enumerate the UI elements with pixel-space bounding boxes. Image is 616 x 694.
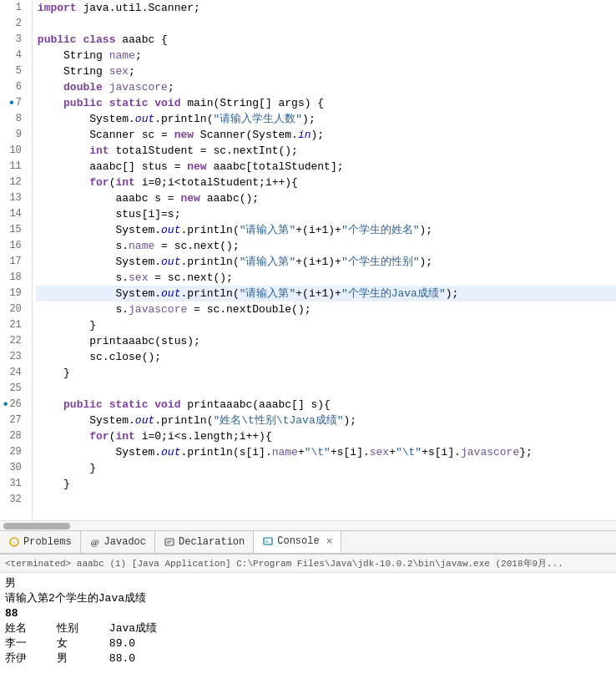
- code-line: }: [36, 317, 616, 333]
- console-line: 李一 女 89.0: [5, 636, 611, 651]
- console-line: 88: [5, 606, 611, 621]
- console-line: 请输入第2个学生的Java成绩: [5, 591, 611, 606]
- code-line: System.out.println(s[i].name+"\t"+s[i].s…: [36, 444, 616, 460]
- tab-icon-javadoc: @: [89, 536, 101, 548]
- code-lines: import java.util.Scanner; public class a…: [33, 0, 616, 520]
- tab-problems[interactable]: !Problems: [0, 531, 81, 553]
- close-icon[interactable]: ×: [326, 535, 333, 548]
- line-number: 32: [3, 492, 25, 508]
- line-number: 14: [3, 206, 25, 222]
- code-line: stus[i]=s;: [36, 206, 616, 222]
- code-line: System.out.println("请输入第"+(i+1)+"个学生的Jav…: [36, 286, 616, 301]
- console-body: 男请输入第2个学生的Java成绩88姓名 性别 Java成绩李一 女 89.0乔…: [0, 573, 616, 694]
- console-header: <terminated> aaabc (1) [Java Application…: [0, 555, 616, 573]
- tab-icon-declaration: [164, 536, 175, 548]
- line-number: 18: [3, 270, 25, 286]
- line-number: 3: [3, 32, 25, 48]
- line-number: 27: [3, 413, 25, 428]
- tab-label-console: Console: [277, 535, 319, 547]
- line-numbers: 123456◆789101112131415161718192021222324…: [0, 0, 33, 520]
- scrollbar-thumb[interactable]: [3, 523, 70, 529]
- line-number: 9: [3, 127, 25, 143]
- tab-console[interactable]: >_Console×: [254, 531, 341, 553]
- code-line: [36, 16, 616, 32]
- tab-label-problems: Problems: [23, 536, 72, 548]
- line-number: ◆7: [3, 95, 25, 111]
- code-line: aaabc[] stus = new aaabc[totalStudent];: [36, 159, 616, 175]
- tab-label-declaration: Declaration: [179, 536, 245, 548]
- line-number: 31: [3, 476, 25, 492]
- code-line: System.out.println("姓名\t性别\tJava成绩");: [36, 413, 616, 428]
- line-number: 20: [3, 301, 25, 317]
- console-line: 姓名 性别 Java成绩: [5, 621, 611, 636]
- line-number: 24: [3, 365, 25, 381]
- code-line: Scanner sc = new Scanner(System.in);: [36, 127, 616, 143]
- line-number: 29: [3, 444, 25, 460]
- code-line: s.javascore = sc.nextDouble();: [36, 301, 616, 317]
- line-number: 15: [3, 222, 25, 238]
- code-line: for(int i=0;i<totalStudent;i++){: [36, 175, 616, 190]
- code-line: [36, 492, 616, 508]
- line-number: 2: [3, 16, 25, 32]
- code-line: String sex;: [36, 63, 616, 79]
- code-line: System.out.println("请输入第"+(i+1)+"个学生的姓名"…: [36, 222, 616, 238]
- console-panel: <terminated> aaabc (1) [Java Application…: [0, 554, 616, 694]
- code-line: String name;: [36, 48, 616, 63]
- code-line: aaabc s = new aaabc();: [36, 190, 616, 206]
- line-number: 19: [3, 286, 25, 301]
- code-line: import java.util.Scanner;: [36, 0, 616, 16]
- code-editor: 123456◆789101112131415161718192021222324…: [0, 0, 616, 530]
- line-number: 22: [3, 333, 25, 349]
- line-number: 11: [3, 159, 25, 175]
- line-number: 4: [3, 48, 25, 63]
- tab-icon-problems: !: [8, 536, 20, 548]
- line-number: 16: [3, 238, 25, 254]
- line-number: 12: [3, 175, 25, 190]
- line-number: 25: [3, 381, 25, 397]
- svg-text:!: !: [13, 539, 17, 547]
- line-number: 13: [3, 190, 25, 206]
- tab-label-javadoc: Javadoc: [104, 536, 146, 548]
- console-line: 男: [5, 576, 611, 591]
- tab-icon-console: >_: [262, 535, 274, 547]
- code-line: System.out.println("请输入第"+(i+1)+"个学生的性别"…: [36, 254, 616, 270]
- line-number: ◆26: [3, 397, 25, 413]
- svg-rect-2: [165, 539, 174, 545]
- line-number: 1: [3, 0, 25, 16]
- tab-bar: !Problems@JavadocDeclaration>_Console×: [0, 530, 616, 554]
- line-number: 30: [3, 460, 25, 476]
- tab-javadoc[interactable]: @Javadoc: [81, 531, 155, 553]
- code-line: public class aaabc {: [36, 32, 616, 48]
- code-line: }: [36, 460, 616, 476]
- console-line: 乔伊 男 88.0: [5, 651, 611, 666]
- code-line: }: [36, 476, 616, 492]
- line-number: 8: [3, 111, 25, 127]
- code-line: System.out.println("请输入学生人数");: [36, 111, 616, 127]
- code-line: double javascore;: [36, 79, 616, 95]
- code-line: s.sex = sc.next();: [36, 270, 616, 286]
- line-number: 6: [3, 79, 25, 95]
- tab-declaration[interactable]: Declaration: [155, 531, 254, 553]
- code-line: public static void main(String[] args) {: [36, 95, 616, 111]
- code-line: for(int i=0;i<s.length;i++){: [36, 428, 616, 444]
- svg-text:>_: >_: [265, 539, 273, 545]
- code-line: }: [36, 365, 616, 381]
- line-number: 10: [3, 143, 25, 159]
- code-scrollbar[interactable]: [0, 520, 616, 530]
- line-number: 21: [3, 317, 25, 333]
- code-line: s.name = sc.next();: [36, 238, 616, 254]
- line-number: 17: [3, 254, 25, 270]
- code-line: public static void printaaabc(aaabc[] s)…: [36, 397, 616, 413]
- line-number: 28: [3, 428, 25, 444]
- code-content: 123456◆789101112131415161718192021222324…: [0, 0, 616, 520]
- code-line: printaaabc(stus);: [36, 333, 616, 349]
- code-line: int totalStudent = sc.nextInt();: [36, 143, 616, 159]
- line-number: 23: [3, 349, 25, 365]
- code-line: [36, 381, 616, 397]
- code-line: sc.close();: [36, 349, 616, 365]
- line-number: 5: [3, 63, 25, 79]
